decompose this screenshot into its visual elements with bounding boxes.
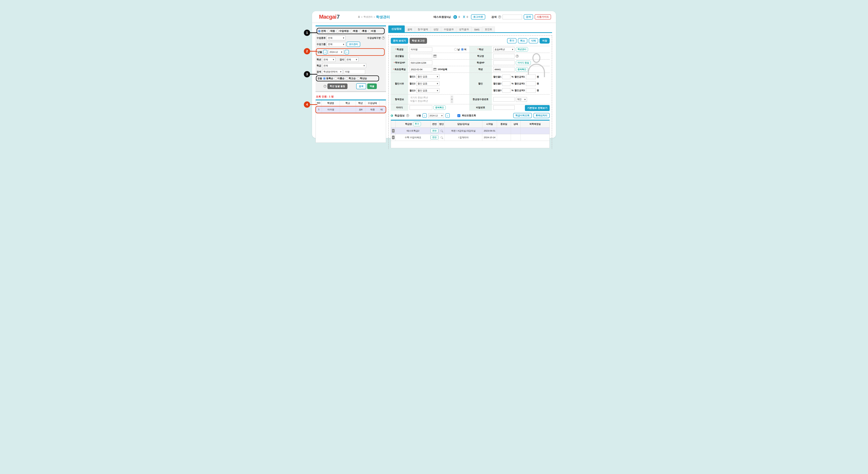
include-dropped-checkbox[interactable]: ✓	[457, 114, 460, 117]
discount-amount2-input[interactable]	[526, 81, 536, 86]
grade-filter-select[interactable]: 전체∨	[322, 57, 336, 62]
school-name-input[interactable]	[493, 54, 515, 58]
school-help-icon[interactable]: ?	[516, 55, 519, 58]
teacher-select[interactable]: 전체∨	[345, 57, 359, 62]
cancel-button[interactable]: 취소	[518, 38, 527, 43]
status-radio-scheduled[interactable]: 수업예정	[336, 29, 349, 33]
leave-process-button[interactable]: 휴퇴반처리	[533, 113, 550, 118]
keyword-search-input[interactable]	[344, 70, 365, 74]
status-radio-nonmember[interactable]: 비원	[368, 29, 376, 33]
status-radio-enrolled[interactable]: 재원	[327, 29, 335, 33]
tab-counseling[interactable]: 상담	[431, 27, 441, 32]
scroll-down-icon[interactable]: ▼	[451, 101, 453, 103]
discount-rate3-input[interactable]	[502, 88, 510, 93]
radio-icon[interactable]	[368, 30, 371, 32]
discount-rate2-input[interactable]	[502, 81, 510, 86]
discount-rate1-input[interactable]	[502, 75, 510, 79]
roster-search-icon[interactable]	[441, 130, 442, 132]
tab-lesson-result[interactable]: 수업결과	[441, 27, 456, 32]
tab-personal-info[interactable]: 신상정보	[388, 26, 405, 32]
add-class-button[interactable]: 추가	[413, 122, 421, 126]
discount3-select[interactable]: 할인 없음∨	[416, 88, 439, 93]
radio-icon[interactable]	[336, 30, 339, 32]
status-radio-all[interactable]: 전체	[318, 29, 326, 33]
student-login-button[interactable]: 학생 로그인	[410, 38, 427, 44]
password-input[interactable]	[493, 105, 515, 110]
status-radio-leave[interactable]: 휴원	[359, 29, 367, 33]
header-search-input[interactable]	[502, 14, 522, 19]
all-class-button[interactable]: 전반	[431, 135, 438, 140]
sort-radio-registered[interactable]: 등록순	[323, 77, 333, 80]
add-button[interactable]: 추가	[507, 38, 517, 43]
logout-button[interactable]: 로그아웃	[471, 14, 485, 20]
app-logo[interactable]: Macgai7	[319, 14, 339, 20]
tab-grade-result[interactable]: 성적결과	[456, 27, 471, 32]
class-row[interactable]: × 수학 수업이에요 전반 / 집게리아 2024-10-14	[391, 134, 550, 141]
cash-receipt-input[interactable]	[493, 97, 515, 102]
student-number-input[interactable]	[493, 67, 515, 72]
month-prev-button[interactable]: ‹	[323, 50, 327, 55]
all-class-button[interactable]: 전반	[431, 129, 438, 133]
scrollbar[interactable]: ▲▼	[451, 96, 453, 103]
tab-sms[interactable]: SMS	[471, 27, 482, 32]
radio-icon[interactable]	[334, 77, 337, 80]
send-sms-button[interactable]: 문자 보내기	[391, 38, 408, 44]
view-all-basic-info-button[interactable]: 기본정보 전체보기	[525, 105, 550, 111]
grade-select[interactable]: 초등6학년∨	[493, 47, 515, 52]
tab-billing[interactable]: 청구/결제	[415, 27, 431, 32]
breadcrumb-section[interactable]: 학생관리	[364, 15, 373, 19]
class-month-next-button[interactable]: ›	[445, 113, 450, 118]
gender-male-radio[interactable]: 남	[454, 48, 460, 51]
status-radio-withdrawn[interactable]: 퇴원	[350, 29, 358, 33]
class-row[interactable]: × 테스트학급2 전반 캐런 / A강의실,대강의실 2023-04-01	[391, 127, 550, 134]
student-name-input[interactable]	[410, 47, 432, 52]
calendar-icon[interactable]	[433, 55, 436, 58]
sort-radio-name[interactable]: 이름순	[334, 77, 345, 80]
search-type-select[interactable]: 학생명/연락처∨	[322, 69, 343, 74]
discount2-select[interactable]: 할인 없음∨	[416, 81, 439, 86]
filter-search-button[interactable]: 검색	[356, 83, 366, 89]
student-number-dup-check-button[interactable]: 중복확인	[516, 67, 528, 72]
bulk-grade-help-icon[interactable]: ?	[323, 85, 327, 88]
class-month-select[interactable]: 2024-12∨	[428, 113, 444, 118]
group-select[interactable]: 전체∨	[327, 42, 346, 47]
remove-class-icon[interactable]: ×	[392, 136, 395, 139]
discount1-select[interactable]: 할인 없음∨	[416, 74, 439, 79]
grade-manage-button[interactable]: 학년관리	[516, 47, 528, 52]
student-phone-input[interactable]	[493, 61, 515, 65]
radio-icon[interactable]	[454, 48, 457, 51]
radio-icon[interactable]	[346, 77, 348, 80]
breadcrumb-home[interactable]: 홈	[358, 15, 360, 19]
first-registration-input[interactable]	[410, 67, 432, 72]
birth-date-input[interactable]	[410, 54, 432, 58]
login-id-input[interactable]	[410, 105, 432, 110]
user-guide-button[interactable]: 사용가이드	[535, 14, 551, 20]
class-filter-select[interactable]: 전체∨	[322, 63, 366, 68]
radio-icon[interactable]	[357, 77, 360, 80]
lesson-type-select[interactable]: 전체∨	[327, 36, 346, 40]
class-history-button[interactable]: 학급이력조회	[513, 113, 532, 118]
roster-search-icon[interactable]	[441, 136, 442, 138]
same-id-button[interactable]: 아이디 동일	[516, 61, 531, 65]
coin-icon[interactable]: C	[453, 15, 457, 19]
header-search-button[interactable]: 검색	[524, 14, 533, 20]
search-help-icon[interactable]: ?	[498, 15, 501, 18]
class-info-help-icon[interactable]: ?	[406, 114, 409, 117]
radio-icon[interactable]	[350, 30, 352, 32]
month-next-button[interactable]: ›	[345, 50, 349, 55]
delete-button[interactable]: 삭제	[529, 38, 538, 43]
sort-radio-grade[interactable]: 학년순	[357, 77, 367, 80]
radio-icon[interactable]	[318, 30, 321, 32]
points-icon[interactable]: X	[463, 15, 465, 19]
radio-icon[interactable]	[327, 30, 330, 32]
bulk-grade-up-button[interactable]: 학년 일괄 올림	[328, 83, 347, 89]
status-group-help-icon[interactable]: ?	[382, 37, 384, 39]
discount-amount3-input[interactable]	[526, 88, 536, 93]
sort-radio-school[interactable]: 학교순	[346, 77, 356, 80]
radio-icon[interactable]	[461, 48, 464, 51]
tab-points[interactable]: 포인트	[482, 27, 495, 32]
cash-receipt-type-select[interactable]: 개인∨	[516, 97, 527, 102]
month-select[interactable]: 2024-12∨	[328, 50, 344, 55]
student-row-selected[interactable]: 1 이아영 초6 재원 테	[315, 106, 386, 113]
scroll-up-icon[interactable]: ▲	[451, 96, 453, 97]
